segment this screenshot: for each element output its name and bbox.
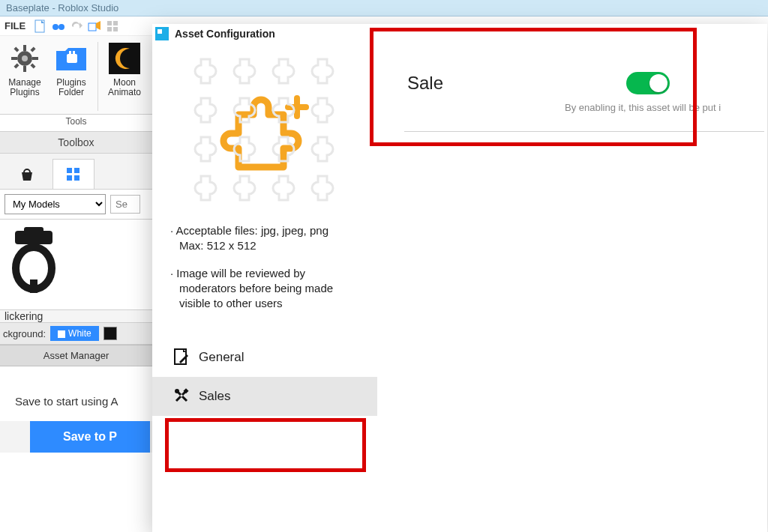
window-titlebar: Baseplate - Roblox Studio (0, 0, 768, 16)
ribbon-label: Animato (108, 87, 141, 97)
svg-rect-29 (30, 279, 38, 293)
svg-rect-25 (74, 175, 80, 181)
toolbox-tabs (0, 154, 152, 190)
sale-hint: By enabling it, this asset will be put i (377, 102, 767, 127)
folder-plug-icon (53, 40, 89, 76)
nav-general-label: General (199, 350, 244, 365)
svg-rect-19 (69, 51, 71, 55)
asset-manager-tab[interactable]: Asset Manager (0, 345, 152, 366)
svg-rect-22 (67, 168, 72, 173)
svg-rect-11 (23, 66, 26, 72)
ribbon-plugins-folder[interactable]: PluginsFolder (48, 39, 94, 114)
export-icon[interactable] (87, 19, 102, 34)
ribbon: ManagePlugins PluginsFolder MoonAnimato (0, 36, 152, 115)
toolbox-tab-marketplace[interactable] (6, 159, 48, 189)
svg-rect-21 (109, 43, 140, 74)
toolbox-background-row: ckground: White (0, 322, 152, 345)
svg-point-1 (52, 24, 58, 30)
new-file-icon[interactable] (33, 19, 48, 34)
window-title: Baseplate - Roblox Studio (6, 2, 118, 13)
asset-thumbnail-icon (8, 227, 60, 294)
nav-sales[interactable]: Sales (152, 377, 377, 416)
svg-rect-28 (24, 227, 44, 235)
studio-left-column: FILE ManagePlugins PluginsFolder MoonAni… (0, 16, 152, 532)
ribbon-label: Manage (8, 77, 40, 88)
nav-sales-label: Sales (199, 389, 231, 404)
toggle-knob (650, 74, 668, 92)
svg-rect-13 (32, 57, 38, 60)
ribbon-group-caption: Tools (0, 115, 152, 131)
sale-toggle[interactable] (626, 72, 670, 94)
svg-rect-14 (14, 46, 19, 52)
toolbox-item-label: lickering (0, 309, 152, 322)
redo-icon[interactable] (69, 19, 84, 34)
preview-background-pattern (186, 55, 344, 212)
binoculars-icon[interactable] (51, 19, 66, 34)
background-black-swatch[interactable] (104, 327, 117, 340)
ribbon-label: Plugins (10, 87, 39, 97)
section-divider (404, 131, 764, 132)
ribbon-moon-animator[interactable]: MoonAnimato (101, 39, 148, 114)
gear-icon (7, 40, 43, 76)
background-white-chip[interactable]: White (50, 326, 99, 341)
asset-preview[interactable] (186, 55, 344, 212)
nav-general[interactable]: General (152, 338, 377, 377)
toolbox-panel: Toolbox My Models lickering ckground: Wh (0, 131, 152, 453)
background-label: ckground: (3, 328, 46, 339)
toolbox-results[interactable] (0, 220, 152, 309)
asset-manager-save-msg: Save to start using A (0, 366, 152, 421)
ribbon-manage-plugins[interactable]: ManagePlugins (2, 39, 48, 114)
toolbox-search-input[interactable] (110, 195, 140, 214)
hint-moderation: Image will be reviewed by moderators bef… (179, 266, 359, 312)
menubar: FILE (0, 16, 152, 36)
sale-row: Sale (377, 54, 700, 102)
svg-point-2 (58, 24, 64, 30)
document-edit-icon (173, 348, 191, 366)
modal-sidebar: Asset Configuration (152, 24, 377, 532)
svg-rect-5 (113, 21, 118, 25)
ribbon-label: Folder (58, 87, 84, 97)
ribbon-label: Moon (113, 77, 136, 88)
moon-icon (106, 40, 142, 76)
modal-nav: General Sales (152, 338, 377, 416)
svg-point-9 (22, 55, 28, 61)
svg-rect-16 (30, 46, 35, 52)
ribbon-label: Plugins (56, 77, 86, 88)
tools-icon (173, 387, 191, 405)
roblox-studio-icon (155, 27, 169, 40)
svg-rect-3 (88, 23, 96, 31)
svg-point-34 (175, 389, 179, 393)
menu-file[interactable]: FILE (4, 20, 26, 31)
modal-titlebar: Asset Configuration (152, 24, 377, 43)
svg-rect-17 (14, 63, 19, 68)
svg-rect-7 (113, 27, 118, 31)
svg-rect-6 (107, 27, 112, 31)
hint-maxsize: Max: 512 x 512 (179, 239, 256, 252)
toolbox-filter-row: My Models (0, 190, 152, 220)
svg-rect-24 (67, 175, 72, 181)
asset-config-modal: Asset Configuration (152, 24, 767, 532)
bag-icon (20, 167, 34, 182)
asset-preview-wrap (152, 43, 377, 223)
svg-rect-10 (23, 45, 26, 51)
save-button[interactable]: Save to P (30, 421, 150, 453)
toolbox-category-select[interactable]: My Models (4, 194, 106, 214)
svg-rect-18 (67, 54, 77, 63)
grid-icon[interactable] (105, 19, 120, 34)
hint-filetypes: Acceptable files: jpg, jpeg, png (176, 224, 328, 237)
svg-rect-12 (11, 57, 17, 60)
modal-content: Sale By enabling it, this asset will be … (377, 24, 767, 532)
upload-hints: Acceptable files: jpg, jpeg, pngMax: 512… (152, 223, 377, 333)
toolbox-title: Toolbox (0, 132, 152, 154)
svg-rect-23 (74, 168, 80, 173)
svg-rect-4 (107, 21, 112, 25)
modal-title: Asset Configuration (175, 28, 275, 40)
svg-rect-30 (186, 55, 344, 212)
ribbon-separator (98, 42, 98, 111)
grid-icon (66, 167, 81, 182)
svg-rect-20 (73, 51, 75, 55)
svg-rect-15 (30, 63, 35, 68)
toolbox-tab-inventory[interactable] (52, 159, 94, 189)
sale-label: Sale (407, 73, 443, 94)
